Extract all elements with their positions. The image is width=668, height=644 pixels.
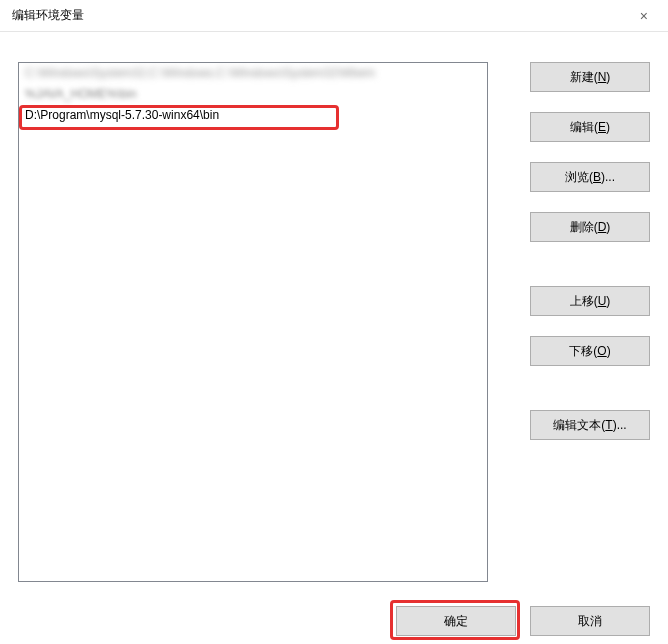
window-title: 编辑环境变量: [12, 7, 84, 24]
list-item[interactable]: D:\Program\mysql-5.7.30-winx64\bin: [19, 105, 487, 126]
button-accel: B: [593, 170, 601, 184]
movedown-button[interactable]: 下移(O): [530, 336, 650, 366]
moveup-button[interactable]: 上移(U): [530, 286, 650, 316]
titlebar: 编辑环境变量 ×: [0, 0, 668, 32]
edittext-button[interactable]: 编辑文本(T)...: [530, 410, 650, 440]
button-suffix: ): [606, 70, 610, 84]
button-label: 编辑文本(: [553, 418, 605, 432]
content-area: C:\Windows\System32;C:\Windows;C:\Window…: [18, 62, 650, 586]
close-icon[interactable]: ×: [632, 4, 656, 28]
button-label: 上移(: [570, 294, 598, 308]
button-suffix: ): [607, 344, 611, 358]
button-suffix: )...: [601, 170, 615, 184]
button-accel: O: [597, 344, 606, 358]
button-accel: T: [605, 418, 612, 432]
button-label: 删除(: [570, 220, 598, 234]
list-item[interactable]: C:\Windows\System32;C:\Windows;C:\Window…: [19, 63, 487, 84]
env-var-listbox[interactable]: C:\Windows\System32;C:\Windows;C:\Window…: [18, 62, 488, 582]
edit-button[interactable]: 编辑(E): [530, 112, 650, 142]
button-label: 编辑(: [570, 120, 598, 134]
ok-button[interactable]: 确定: [396, 606, 516, 636]
button-label: 浏览(: [565, 170, 593, 184]
button-label: 新建(: [570, 70, 598, 84]
cancel-button[interactable]: 取消: [530, 606, 650, 636]
dialog-footer: 确定 取消: [396, 606, 650, 636]
button-suffix: ): [606, 220, 610, 234]
button-accel: E: [598, 120, 606, 134]
side-button-panel: 新建(N) 编辑(E) 浏览(B)... 删除(D) 上移(U) 下移(O) 编…: [530, 62, 650, 460]
button-label: 下移(: [569, 344, 597, 358]
new-button[interactable]: 新建(N): [530, 62, 650, 92]
button-suffix: )...: [613, 418, 627, 432]
browse-button[interactable]: 浏览(B)...: [530, 162, 650, 192]
delete-button[interactable]: 删除(D): [530, 212, 650, 242]
list-item[interactable]: %JAVA_HOME%\bin: [19, 84, 487, 105]
button-suffix: ): [606, 120, 610, 134]
button-suffix: ): [606, 294, 610, 308]
